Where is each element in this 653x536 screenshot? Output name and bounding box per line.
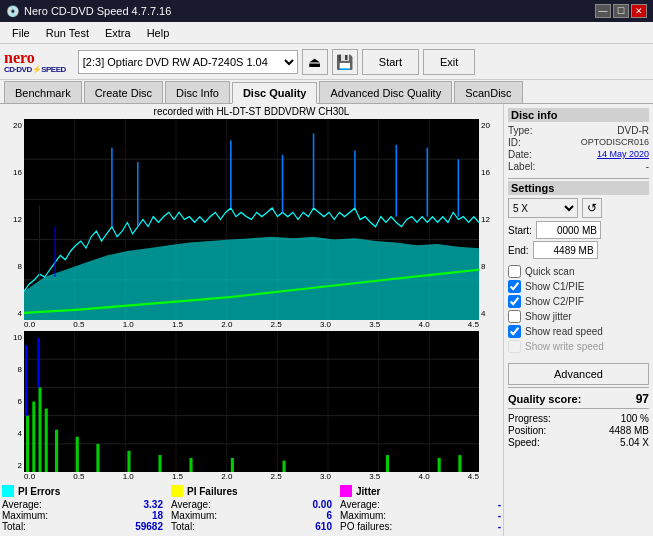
disc-date-value: 14 May 2020 [597, 149, 649, 160]
disc-type-row: Type: DVD-R [508, 125, 649, 136]
show-read-speed-checkbox[interactable] [508, 325, 521, 338]
lower-y-axis-right [479, 331, 501, 472]
lower-x-axis: 0.00.51.01.52.02.53.03.54.04.5 [2, 472, 501, 481]
start-mb-row: Start: [508, 221, 649, 239]
minimize-button[interactable]: — [595, 4, 611, 18]
y-lower-6: 6 [2, 397, 24, 406]
lower-chart-svg [24, 331, 479, 472]
tab-create-disc[interactable]: Create Disc [84, 81, 163, 103]
progress-label: Progress: [508, 413, 551, 424]
svg-rect-38 [32, 402, 35, 473]
divider-3 [508, 408, 649, 409]
svg-rect-39 [38, 387, 41, 472]
upper-chart-plot [24, 119, 479, 320]
show-write-speed-row: Show write speed [508, 340, 649, 353]
speed-setting-row: 5 X 1 X 2 X 4 X 8 X Max ↺ [508, 198, 649, 218]
settings-refresh-button[interactable]: ↺ [582, 198, 602, 218]
upper-chart-svg [24, 119, 479, 320]
jitter-label: Jitter [356, 486, 380, 497]
tab-bar: Benchmark Create Disc Disc Info Disc Qua… [0, 80, 653, 104]
progress-row: Progress: 100 % [508, 413, 649, 424]
legend-jitter: Jitter Average: - Maximum: - PO failures… [340, 485, 501, 532]
pi-errors-avg-value: 3.32 [144, 499, 163, 510]
upper-y-axis-right: 20 16 12 8 4 [479, 119, 501, 320]
tab-disc-info[interactable]: Disc Info [165, 81, 230, 103]
y-right-12: 12 [479, 215, 501, 224]
y-right-4: 4 [479, 309, 501, 318]
quality-score-value: 97 [636, 392, 649, 406]
svg-rect-40 [45, 409, 48, 472]
tab-scan-disc[interactable]: ScanDisc [454, 81, 522, 103]
disc-label-row: Label: - [508, 161, 649, 172]
tab-disc-quality[interactable]: Disc Quality [232, 82, 318, 104]
disc-date-label: Date: [508, 149, 532, 160]
pi-failures-label: PI Failures [187, 486, 238, 497]
advanced-button[interactable]: Advanced [508, 363, 649, 385]
svg-rect-42 [76, 437, 79, 472]
eject-button[interactable]: ⏏ [302, 49, 328, 75]
jitter-max-label: Maximum: [340, 510, 386, 521]
show-c1-label: Show C1/PIE [525, 281, 584, 292]
maximize-button[interactable]: ☐ [613, 4, 629, 18]
y-label-16: 16 [2, 168, 24, 177]
nero-brand: nero [4, 50, 66, 66]
position-row: Position: 4488 MB [508, 425, 649, 436]
chart-title: recorded with HL-DT-ST BDDVDRW CH30L [2, 106, 501, 117]
start-label: Start: [508, 225, 532, 236]
svg-rect-47 [231, 458, 234, 472]
drive-select[interactable]: [2:3] Optiarc DVD RW AD-7240S 1.04 [78, 50, 298, 74]
save-button[interactable]: 💾 [332, 49, 358, 75]
tab-advanced-disc-quality[interactable]: Advanced Disc Quality [319, 81, 452, 103]
menu-extra[interactable]: Extra [97, 25, 139, 41]
lower-y-axis: 10 8 6 4 2 [2, 331, 24, 472]
menu-run-test[interactable]: Run Test [38, 25, 97, 41]
y-lower-8: 8 [2, 365, 24, 374]
pi-errors-avg-label: Average: [2, 499, 42, 510]
show-c2-row: Show C2/PIF [508, 295, 649, 308]
quick-scan-label: Quick scan [525, 266, 574, 277]
tab-benchmark[interactable]: Benchmark [4, 81, 82, 103]
menu-help[interactable]: Help [139, 25, 178, 41]
svg-rect-46 [189, 458, 192, 472]
jitter-color [340, 485, 352, 497]
quick-scan-checkbox[interactable] [508, 265, 521, 278]
end-input[interactable] [533, 241, 598, 259]
show-jitter-checkbox[interactable] [508, 310, 521, 323]
jitter-avg-label: Average: [340, 499, 380, 510]
start-input[interactable] [536, 221, 601, 239]
show-c1-checkbox[interactable] [508, 280, 521, 293]
speed-select[interactable]: 5 X 1 X 2 X 4 X 8 X Max [508, 198, 578, 218]
position-value: 4488 MB [609, 425, 649, 436]
y-lower-2: 2 [2, 461, 24, 470]
exit-button[interactable]: Exit [423, 49, 475, 75]
main-content: recorded with HL-DT-ST BDDVDRW CH30L 20 … [0, 104, 653, 536]
speed-value: 5.04 X [620, 437, 649, 448]
start-button[interactable]: Start [362, 49, 419, 75]
po-failures-value: - [498, 521, 501, 532]
show-c2-checkbox[interactable] [508, 295, 521, 308]
svg-rect-48 [283, 461, 286, 472]
end-label: End: [508, 245, 529, 256]
settings-title: Settings [508, 181, 649, 195]
app-title: Nero CD-DVD Speed 4.7.7.16 [24, 5, 171, 17]
svg-rect-49 [386, 455, 389, 472]
chart-legend: PI Errors Average: 3.32 Maximum: 18 Tota… [2, 481, 501, 534]
jitter-max-value: - [498, 510, 501, 521]
close-button[interactable]: ✕ [631, 4, 647, 18]
quality-score-label: Quality score: [508, 393, 581, 405]
title-bar-controls[interactable]: — ☐ ✕ [595, 4, 647, 18]
pi-errors-max-label: Maximum: [2, 510, 48, 521]
cd-dvd-speed-brand: CD·DVD⚡SPEED [4, 66, 66, 74]
menu-file[interactable]: File [4, 25, 38, 41]
chart-area: recorded with HL-DT-ST BDDVDRW CH30L 20 … [0, 104, 503, 536]
quality-score-row: Quality score: 97 [508, 392, 649, 406]
divider-1 [508, 178, 649, 179]
svg-rect-45 [158, 455, 161, 472]
y-right-16: 16 [479, 168, 501, 177]
title-bar-left: 💿 Nero CD-DVD Speed 4.7.7.16 [6, 5, 171, 18]
svg-rect-50 [438, 458, 441, 472]
disc-info-title: Disc info [508, 108, 649, 122]
show-write-speed-checkbox [508, 340, 521, 353]
pi-errors-total-value: 59682 [135, 521, 163, 532]
lower-chart-plot [24, 331, 479, 472]
